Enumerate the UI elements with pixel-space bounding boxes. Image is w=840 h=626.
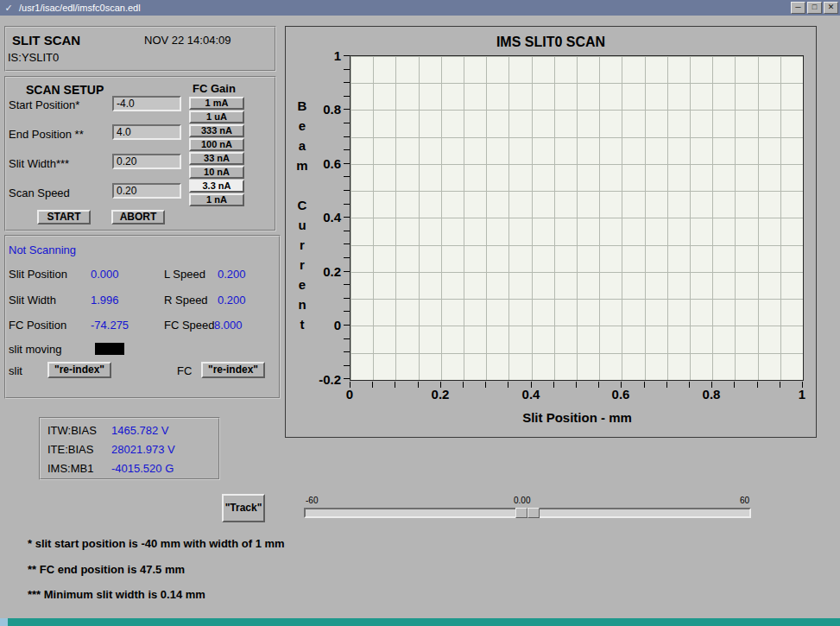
y-tick-label: 0.4 bbox=[286, 210, 341, 224]
slider-min-label: -60 bbox=[306, 496, 318, 505]
fc-gain-option[interactable]: 3.3 nA bbox=[189, 180, 244, 193]
field-label-slit-width: Slit Width*** bbox=[9, 157, 69, 170]
footnote-min-slit-width: *** Minimum slit width is 0.14 mm bbox=[28, 588, 205, 601]
minimize-icon[interactable]: ─ bbox=[791, 2, 805, 14]
fc-position-slider: -60 0.00 60 bbox=[304, 495, 751, 521]
slit-width-input[interactable] bbox=[112, 154, 181, 169]
fc-gain-option[interactable]: 333 nA bbox=[189, 124, 244, 137]
l-speed-label: L Speed bbox=[164, 268, 205, 281]
r-speed-label: R Speed bbox=[164, 294, 208, 307]
l-speed-value: 0.200 bbox=[218, 268, 246, 281]
scan-speed-input[interactable] bbox=[112, 183, 181, 199]
status-panel: Not Scanning Slit Position 0.000 L Speed… bbox=[4, 235, 281, 399]
y-tick-label: 0.8 bbox=[286, 102, 341, 117]
scan-chart: IMS SLIT0 SCAN Beam Current 1 0.8 0.6 0.… bbox=[285, 26, 817, 438]
x-tick-label: 0.8 bbox=[685, 387, 737, 402]
fc-speed-label: FC Speed bbox=[164, 319, 215, 332]
fc-position-value: -74.275 bbox=[91, 319, 129, 332]
abort-button[interactable]: ABORT bbox=[111, 210, 165, 224]
end-position-input[interactable] bbox=[112, 124, 181, 140]
track-button[interactable]: "Track" bbox=[222, 494, 265, 522]
scan-setup-panel: SCAN SETUP FC Gain Start Position* End P… bbox=[4, 76, 276, 231]
slit-moving-indicator bbox=[95, 343, 124, 355]
close-icon[interactable]: ✕ bbox=[824, 2, 838, 14]
start-position-input[interactable] bbox=[112, 96, 181, 111]
y-tick-label: -0.2 bbox=[286, 372, 341, 387]
x-tick-label: 1 bbox=[776, 387, 828, 402]
fc-speed-value: 8.000 bbox=[214, 319, 243, 332]
footnote-fc-end-position: ** FC end position is 47.5 mm bbox=[28, 563, 185, 576]
fc-label: FC bbox=[177, 364, 192, 377]
slider-handle[interactable] bbox=[515, 508, 540, 518]
fc-position-label: FC Position bbox=[9, 319, 66, 332]
slit-width-value: 1.996 bbox=[91, 294, 119, 307]
taskbar-strip bbox=[0, 618, 840, 626]
field-label-end-position: End Position ** bbox=[9, 128, 84, 141]
field-label-start-position: Start Position* bbox=[9, 98, 79, 111]
ims-mb1-value: -4015.520 G bbox=[111, 462, 174, 475]
window-menu-icon[interactable]: ✓ bbox=[2, 2, 16, 14]
slit-position-label: Slit Position bbox=[9, 268, 67, 281]
bias-panel: ITW:BIAS 1465.782 V ITE:BIAS 28021.973 V… bbox=[39, 417, 220, 480]
chart-x-axis-label: Slit Position - mm bbox=[350, 410, 805, 425]
y-tick-label: 0 bbox=[286, 318, 341, 332]
slit-reindex-button[interactable]: "re-index" bbox=[47, 362, 111, 378]
page-title: SLIT SCAN bbox=[12, 33, 80, 47]
ite-bias-label: ITE:BIAS bbox=[47, 443, 93, 456]
y-axis-ticks bbox=[344, 55, 350, 382]
fc-gain-option[interactable]: 10 nA bbox=[189, 166, 244, 179]
plot-area bbox=[350, 55, 804, 381]
itw-bias-value: 1465.782 V bbox=[111, 424, 169, 437]
fc-reindex-button[interactable]: "re-index" bbox=[201, 362, 265, 378]
start-button[interactable]: START bbox=[37, 210, 91, 224]
fc-gain-option[interactable]: 33 nA bbox=[189, 152, 244, 165]
fc-gain-option[interactable]: 1 nA bbox=[189, 193, 244, 206]
window-titlebar[interactable]: ✓ /usr1/isac/edl/imsfc0scan.edl ─ □ ✕ bbox=[0, 0, 840, 16]
slit-position-value: 0.000 bbox=[91, 268, 119, 281]
fc-gain-option[interactable]: 100 nA bbox=[189, 138, 244, 151]
x-tick-label: 0.2 bbox=[414, 387, 466, 402]
maximize-icon[interactable]: □ bbox=[807, 2, 822, 14]
x-tick-label: 0.6 bbox=[595, 387, 647, 402]
footnote-start-position: * slit start position is -40 mm with wid… bbox=[28, 537, 285, 550]
slider-value-label: 0.00 bbox=[514, 496, 530, 505]
device-name: IS:YSLIT0 bbox=[8, 51, 59, 64]
fc-gain-label: FC Gain bbox=[193, 82, 236, 95]
slider-max-label: 60 bbox=[740, 496, 749, 505]
x-tick-label: 0.4 bbox=[505, 387, 557, 402]
slit-moving-label: slit moving bbox=[9, 343, 61, 356]
y-tick-label: 0.6 bbox=[286, 156, 341, 171]
taskbar-accent bbox=[0, 618, 8, 626]
window-title: /usr1/isac/edl/imsfc0scan.edl bbox=[16, 3, 789, 13]
itw-bias-label: ITW:BIAS bbox=[47, 424, 97, 437]
r-speed-value: 0.200 bbox=[218, 294, 246, 307]
scan-setup-title: SCAN SETUP bbox=[26, 83, 104, 97]
ims-mb1-label: IMS:MB1 bbox=[47, 462, 93, 475]
edm-slit-scan-panel: ✓ /usr1/isac/edl/imsfc0scan.edl ─ □ ✕ SL… bbox=[0, 0, 840, 626]
fc-gain-option[interactable]: 1 uA bbox=[189, 111, 244, 123]
y-tick-label: 1 bbox=[286, 48, 341, 63]
y-tick-label: 0.2 bbox=[286, 264, 341, 279]
slit-width-label: Slit Width bbox=[9, 294, 56, 307]
timestamp: NOV 22 14:04:09 bbox=[144, 34, 231, 47]
field-label-scan-speed: Scan Speed bbox=[9, 187, 70, 199]
chart-title: IMS SLIT0 SCAN bbox=[286, 35, 816, 50]
x-tick-label: 0 bbox=[324, 387, 376, 402]
fc-gain-option[interactable]: 1 mA bbox=[189, 97, 244, 110]
ite-bias-value: 28021.973 V bbox=[111, 443, 175, 456]
slit-label: slit bbox=[9, 364, 22, 377]
header-panel: SLIT SCAN NOV 22 14:04:09 IS:YSLIT0 bbox=[4, 26, 276, 72]
scan-state: Not Scanning bbox=[9, 243, 76, 256]
